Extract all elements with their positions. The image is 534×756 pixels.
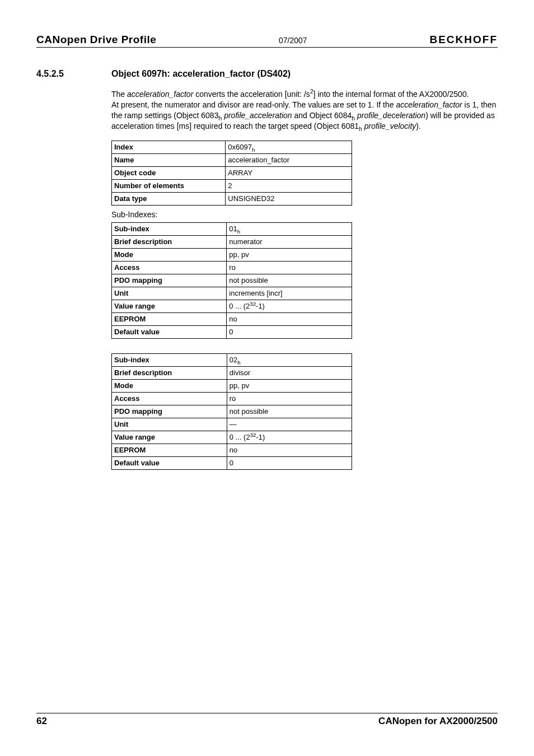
header-date: 07/2007 — [279, 36, 307, 45]
table-cell-label: Data type — [112, 192, 226, 205]
table-cell-label: Value range — [112, 300, 227, 312]
table-cell-label: Object code — [112, 166, 226, 179]
table-row: Object codeARRAY — [112, 166, 352, 179]
table-cell-label: EEPROM — [112, 312, 227, 325]
table-row: Sub-index01h — [112, 222, 352, 235]
table-cell-value: numerator — [227, 235, 352, 248]
table-cell-value: not possible — [227, 274, 352, 287]
table-row: PDO mappingnot possible — [112, 274, 352, 287]
table-row: EEPROMno — [112, 312, 352, 325]
object-table-sub2: Sub-index02hBrief descriptiondivisorMode… — [111, 353, 352, 470]
text-italic: acceleration_factor — [127, 90, 193, 99]
table-cell-value: increments [incr] — [227, 287, 352, 300]
table-row: Brief descriptiondivisor — [112, 366, 352, 379]
table-cell-label: Brief description — [112, 235, 227, 248]
table-cell-label: Sub-index — [112, 353, 227, 366]
table-cell-value: 01h — [227, 222, 352, 235]
page-number: 62 — [36, 716, 47, 727]
table-row: Value range0 ... (232-1) — [112, 431, 352, 444]
table-row: PDO mappingnot possible — [112, 405, 352, 418]
table-row: Value range0 ... (232-1) — [112, 300, 352, 312]
table-row: Default value0 — [112, 325, 352, 338]
table-row: Accessro — [112, 261, 352, 274]
table-row: Unitincrements [incr] — [112, 287, 352, 300]
table-cell-value: divisor — [227, 366, 352, 379]
table-row: Brief descriptionnumerator — [112, 235, 352, 248]
table-cell-label: Number of elements — [112, 179, 226, 192]
table-cell-value: no — [227, 312, 352, 325]
table-cell-label: Default value — [112, 456, 227, 469]
table-cell-value: ARRAY — [226, 166, 352, 179]
table-cell-label: EEPROM — [112, 444, 227, 456]
table-cell-value: 2 — [226, 179, 352, 192]
page-footer: 62 CANopen for AX2000/2500 — [36, 713, 498, 727]
table-cell-value: UNSIGNED32 — [226, 192, 352, 205]
table-cell-label: Unit — [112, 287, 227, 300]
table-cell-value: not possible — [227, 405, 352, 418]
table-cell-label: Mode — [112, 248, 227, 261]
table-cell-label: Unit — [112, 418, 227, 431]
section-heading: 4.5.2.5 Object 6097h: acceleration_facto… — [36, 69, 498, 79]
table-cell-label: Brief description — [112, 366, 227, 379]
text: The — [111, 90, 127, 99]
table-cell-label: Access — [112, 261, 227, 274]
table-row: Unit— — [112, 418, 352, 431]
table-cell-label: Name — [112, 153, 226, 166]
table-cell-label: PDO mapping — [112, 274, 227, 287]
table-row: Index0x6097h — [112, 141, 352, 153]
table-cell-value: 0 ... (232-1) — [227, 300, 352, 312]
table-cell-value: — — [227, 418, 352, 431]
section-number: 4.5.2.5 — [36, 69, 111, 79]
text: converts the acceleration [unit: /s — [193, 90, 310, 99]
footer-title: CANopen for AX2000/2500 — [378, 716, 498, 727]
table-row: Modepp, pv — [112, 248, 352, 261]
table-row: EEPROMno — [112, 444, 352, 456]
table-row: Data typeUNSIGNED32 — [112, 192, 352, 205]
text: ] into the internal format of the AX2000… — [313, 90, 469, 99]
table-cell-value: 02h — [227, 353, 352, 366]
table-cell-label: Index — [112, 141, 226, 153]
table-cell-label: Default value — [112, 325, 227, 338]
table-cell-value: no — [227, 444, 352, 456]
table-cell-label: Value range — [112, 431, 227, 444]
text: ). — [416, 122, 421, 130]
table-cell-value: ro — [227, 261, 352, 274]
table-cell-value: ro — [227, 392, 352, 405]
table-cell-label: Mode — [112, 379, 227, 392]
table-cell-value: 0 — [227, 325, 352, 338]
table-cell-label: PDO mapping — [112, 405, 227, 418]
text-sub: h — [359, 125, 362, 132]
table-row: Default value0 — [112, 456, 352, 469]
section-title: Object 6097h: acceleration_factor (DS402… — [111, 69, 291, 79]
table-row: Sub-index02h — [112, 353, 352, 366]
table-cell-value: 0 ... (232-1) — [227, 431, 352, 444]
table-cell-value: acceleration_factor — [226, 153, 352, 166]
text: At present, the numerator and divisor ar… — [111, 100, 396, 109]
text-italic: profile_velocity — [364, 122, 416, 130]
table-row: Nameacceleration_factor — [112, 153, 352, 166]
page-header: CANopen Drive Profile 07/2007 BECKHOFF — [36, 34, 498, 48]
object-table-sub1: Sub-index01hBrief descriptionnumeratorMo… — [111, 222, 352, 339]
table-row: Number of elements2 — [112, 179, 352, 192]
table-cell-label: Sub-index — [112, 222, 227, 235]
header-left: CANopen Drive Profile — [36, 34, 156, 46]
text-italic: profile_deceleration — [357, 111, 425, 120]
subindex-label: Sub-Indexes: — [111, 210, 498, 219]
table-row: Accessro — [112, 392, 352, 405]
table-row: Modepp, pv — [112, 379, 352, 392]
text: and Object 6084 — [292, 111, 352, 120]
text-italic: profile_acceleration — [224, 111, 292, 120]
object-table-main: Index0x6097hNameacceleration_factorObjec… — [111, 141, 352, 206]
table-cell-value: 0 — [227, 456, 352, 469]
table-cell-value: pp, pv — [227, 248, 352, 261]
header-brand: BECKHOFF — [429, 34, 498, 46]
text-italic: acceleration_factor — [396, 100, 462, 109]
table-cell-label: Access — [112, 392, 227, 405]
body-paragraph: The acceleration_factor converts the acc… — [111, 89, 498, 132]
table-cell-value: 0x6097h — [226, 141, 352, 153]
table-cell-value: pp, pv — [227, 379, 352, 392]
